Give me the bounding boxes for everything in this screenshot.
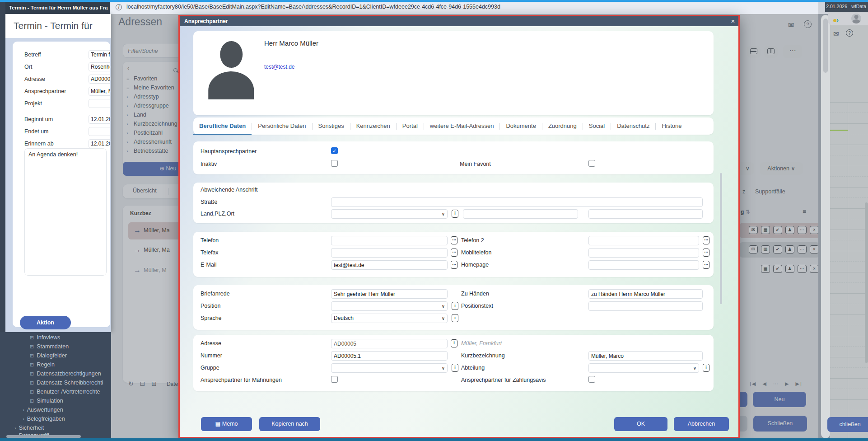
erinnern-ab-input[interactable] (89, 139, 110, 148)
termin-panel: Betreff Ort Adresse Ansprechpartner Proj… (5, 38, 111, 332)
memo-textarea[interactable]: An Agenda denken! (24, 148, 107, 276)
abteilung-info-button[interactable]: i (703, 364, 709, 372)
nummer-label: Nummer (201, 352, 222, 359)
tab-persoenliche-daten[interactable]: Persönliche Daten (252, 117, 312, 135)
beginnt-um-input[interactable] (89, 115, 110, 124)
homepage-open-button[interactable]: ⋯ (703, 261, 709, 269)
telefax-input[interactable] (331, 248, 448, 258)
tab-dokumente[interactable]: Dokumente (500, 117, 541, 135)
browser-tab[interactable]: Termin - Termin für Herrn Müller aus Fra (5, 2, 110, 14)
dialog-scrollbar[interactable] (720, 173, 722, 304)
briefanrede-input[interactable] (331, 289, 448, 299)
zahlungsavis-label: Ansprechpartner für Zahlungsavis (461, 377, 546, 383)
kopieren-nach-button[interactable]: Kopieren nach (259, 417, 320, 431)
memo-button[interactable]: ▤ Memo (201, 417, 252, 431)
tab-zuordnung[interactable]: Zuordnung (542, 117, 583, 135)
inaktiv-checkbox[interactable] (331, 160, 338, 167)
tab-berufliche-daten[interactable]: Berufliche Daten (193, 117, 252, 135)
sprache-select[interactable]: Deutsch∨ (331, 314, 448, 323)
kurzbezeichnung-input[interactable] (588, 351, 703, 361)
close-icon[interactable]: × (728, 16, 738, 26)
screen: i localhost/myfactory80/ie50/Base/BaseEd… (0, 0, 868, 441)
land-info-button[interactable]: i (452, 210, 458, 218)
nav-belegfreigaben[interactable]: ›Belegfreigaben (23, 416, 65, 425)
telefon2-input[interactable] (588, 236, 699, 245)
nav-benutzer-vertreterrechte[interactable]: ⊞Benutzer-/Vertreterrechte (30, 389, 100, 398)
nav-regeln[interactable]: ⊞Regeln (30, 361, 55, 371)
adresse-input[interactable] (89, 75, 110, 84)
tab-kennzeichen[interactable]: Kennzeichen (350, 117, 396, 135)
person-email-link[interactable]: test@test.de (264, 64, 295, 70)
mahnungen-label: Ansprechpartner für Mahnungen (201, 377, 282, 383)
tab-weitere-email-adressen[interactable]: weitere E-Mail-Adressen (424, 117, 500, 135)
email-send-button[interactable]: ⋯ (451, 261, 457, 269)
positionstext-label: Positionstext (461, 303, 493, 309)
mobiltelefon-input[interactable] (588, 248, 699, 258)
ok-button[interactable]: OK (614, 417, 667, 431)
nav-auswertungen[interactable]: ›Auswertungen (23, 407, 63, 416)
email-input[interactable] (331, 260, 448, 270)
mobiltelefon-dial-button[interactable]: ⋯ (703, 249, 709, 257)
nav-infoviews[interactable]: ⊞Infoviews (30, 334, 60, 343)
land-plz-ort-label: Land,PLZ,Ort (201, 211, 234, 217)
tab-historie[interactable]: Historie (656, 117, 687, 135)
gruppe-select[interactable]: ∨ (331, 363, 448, 373)
browser-url-bar[interactable]: i localhost/myfactory80/ie50/Base/BaseEd… (0, 0, 868, 14)
endet-um-input[interactable] (89, 127, 110, 136)
position-info-button[interactable]: i (452, 302, 458, 310)
nav-simulation[interactable]: ⊞Simulation (30, 398, 63, 407)
adresse-hint: Müller, Frankfurt (461, 340, 502, 347)
gruppe-label: Gruppe (201, 365, 219, 371)
tab-datenschutz[interactable]: Datenschutz (611, 117, 655, 135)
person-avatar (205, 36, 258, 99)
inactive-window-overlay (818, 0, 868, 441)
positionstext-input[interactable] (588, 301, 703, 311)
nav-stammdaten[interactable]: ⊞Stammdaten (30, 343, 69, 352)
zu-haenden-input[interactable] (588, 289, 703, 299)
ansprechpartner-input[interactable] (89, 87, 110, 96)
termin-form-card: Betreff Ort Adresse Ansprechpartner Proj… (13, 42, 110, 327)
betreff-input[interactable] (89, 50, 110, 59)
page-info-icon[interactable]: i (116, 4, 122, 10)
homepage-input[interactable] (588, 260, 699, 270)
nav-datensatz-schreibberechtigungen[interactable]: ⊞Datensatz-Schreibberechti (30, 380, 103, 389)
nummer-input[interactable] (331, 351, 448, 361)
sprache-info-button[interactable]: i (452, 314, 458, 322)
mahnungen-checkbox[interactable] (331, 376, 338, 383)
zu-haenden-label: Zu Händen (461, 291, 489, 297)
telefax-dial-button[interactable]: ⋯ (451, 249, 457, 257)
telefon2-dial-button[interactable]: ⋯ (703, 236, 709, 244)
mobiltelefon-label: Mobiltelefon (461, 249, 491, 256)
mein-favorit-checkbox[interactable] (588, 160, 595, 167)
gruppe-info-button[interactable]: i (452, 364, 458, 372)
telefon-input[interactable] (331, 236, 448, 245)
plz-input[interactable] (463, 209, 578, 219)
ort-label: Ort (24, 64, 32, 70)
ort-input[interactable] (588, 209, 703, 219)
nav-dialogfelder[interactable]: ⊞Dialogfelder (30, 352, 67, 361)
tab-portal[interactable]: Portal (397, 117, 424, 135)
adresse-input[interactable] (331, 339, 448, 348)
position-select[interactable]: ∨ (331, 301, 448, 311)
anschrift-heading: Abweichende Anschrift (201, 187, 257, 193)
hauptansprechpartner-checkbox[interactable]: ✓ (331, 147, 338, 154)
ort-input[interactable] (89, 62, 110, 71)
nav-datensatzberechtigungen[interactable]: ⊞Datensatzberechtigungen (30, 371, 101, 380)
projekt-input[interactable] (89, 99, 110, 108)
erinnern-ab-label: Erinnern ab (24, 141, 54, 147)
aktion-button[interactable]: Aktion (20, 316, 71, 329)
flags-card: Hauptansprechpartner ✓ Inaktiv Mein Favo… (193, 141, 714, 174)
abteilung-select[interactable]: ∨ (588, 363, 699, 373)
tab-social[interactable]: Social (583, 117, 611, 135)
telefon-dial-button[interactable]: ⋯ (451, 236, 457, 244)
strasse-input[interactable] (331, 197, 703, 207)
url-text[interactable]: localhost/myfactory80/ie50/Base/BaseEdit… (126, 4, 817, 10)
tab-sonstiges[interactable]: Sonstiges (313, 117, 350, 135)
land-select[interactable]: ∨ (331, 209, 448, 219)
termin-window: Termin - Termin für Herrn Müller aus Fra… (0, 0, 111, 441)
adresse-label: Adresse (24, 76, 45, 82)
adresse-info-button[interactable]: i (451, 339, 457, 347)
horizontal-scrollbar[interactable] (6, 435, 81, 438)
zahlungsavis-checkbox[interactable] (588, 376, 595, 383)
abbrechen-button[interactable]: Abbrechen (674, 417, 729, 431)
